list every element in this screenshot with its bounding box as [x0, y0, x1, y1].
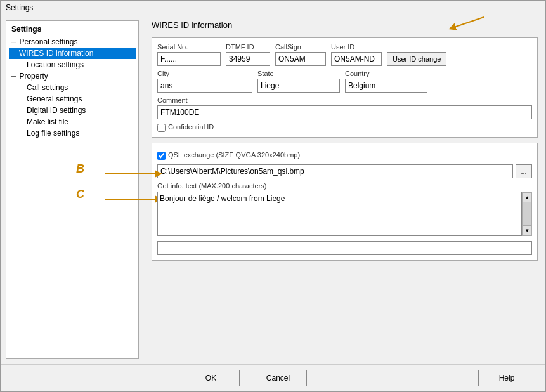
qsl-group: B C QSL exchange (SIZE QVGA 320x240bmp) [152, 143, 538, 261]
info-textarea[interactable]: Bonjour de liège / welcom from Liege [157, 192, 522, 236]
qsl-checkbox-row: QSL exchange (SIZE QVGA 320x240bmp) [157, 151, 532, 160]
expand-icon: ─ [11, 39, 16, 46]
arrow-a [433, 15, 497, 33]
city-label: City [157, 70, 252, 77]
id-info-group: Serial No. DTMF ID CallSign User ID [152, 37, 538, 138]
dtmf-group: DTMF ID [226, 43, 270, 66]
callsign-group: CallSign [275, 43, 326, 66]
scroll-up-arrow[interactable]: ▲ [523, 192, 531, 202]
callsign-input[interactable] [275, 52, 326, 66]
svg-line-0 [452, 17, 484, 28]
dtmf-label: DTMF ID [226, 43, 270, 51]
main-panel: WIRES ID information A Serial No. [144, 15, 545, 364]
wires-id-label: WIRES ID information [19, 49, 93, 58]
qsl-path-input[interactable] [157, 164, 513, 178]
scroll-down-arrow[interactable]: ▼ [523, 225, 531, 235]
footer: OK Cancel Help [1, 364, 545, 391]
annotation-b: B [76, 162, 84, 176]
property-label: Property [19, 72, 48, 81]
sidebar-title: Settings [9, 23, 136, 35]
title-bar: Settings [1, 1, 545, 15]
info-textarea-container: Bonjour de liège / welcom from Liege ▲ ▼ [157, 192, 532, 236]
sidebar-item-property[interactable]: ─ Property [9, 70, 136, 82]
window-title: Settings [6, 3, 33, 12]
extra-field [157, 241, 532, 255]
callsign-label: CallSign [275, 43, 326, 51]
info-scrollbar[interactable]: ▲ ▼ [522, 192, 532, 236]
confidential-checkbox[interactable] [157, 124, 166, 132]
userid-change-button[interactable]: User ID change [387, 52, 446, 66]
log-file-label: Log file settings [27, 129, 79, 138]
id-fields-row: Serial No. DTMF ID CallSign User ID [157, 43, 532, 66]
browse-button[interactable]: ... [516, 164, 532, 178]
help-button[interactable]: Help [478, 370, 535, 386]
confidential-label: Confidential ID [168, 123, 214, 131]
serial-label: Serial No. [157, 43, 221, 51]
content-area: Settings ─ Personal settings WIRES ID in… [1, 15, 545, 364]
make-list-label: Make list file [27, 117, 68, 126]
city-group: City [157, 70, 252, 93]
cancel-button[interactable]: Cancel [250, 370, 307, 386]
state-input[interactable] [257, 79, 340, 93]
dtmf-input[interactable] [226, 52, 270, 66]
state-label: State [257, 70, 340, 77]
serial-group: Serial No. [157, 43, 221, 66]
arrow-b [101, 167, 165, 180]
sidebar-item-call-settings[interactable]: Call settings [9, 82, 136, 93]
country-group: Country [345, 70, 427, 93]
sidebar-item-personal-settings[interactable]: ─ Personal settings [9, 36, 136, 48]
state-group: State [257, 70, 340, 93]
qsl-path-row: ... [157, 164, 532, 178]
city-input[interactable] [157, 79, 252, 93]
footer-center-buttons: OK Cancel [183, 370, 307, 386]
general-settings-label: General settings [27, 95, 82, 103]
qsl-label: QSL exchange (SIZE QVGA 320x240bmp) [168, 151, 300, 159]
call-settings-label: Call settings [27, 83, 68, 92]
country-input[interactable] [345, 79, 427, 93]
ok-button[interactable]: OK [183, 370, 240, 386]
location-fields-row: City State Country [157, 70, 532, 93]
userid-input[interactable] [331, 52, 382, 66]
sidebar-item-log-file[interactable]: Log file settings [9, 127, 136, 139]
confidential-row: Confidential ID [157, 123, 532, 132]
userid-label: User ID [331, 43, 382, 51]
personal-settings-label: Personal settings [19, 37, 77, 46]
arrow-c [101, 193, 165, 206]
settings-window: Settings Settings ─ Personal settings WI… [0, 0, 546, 392]
userid-group: User ID [331, 43, 382, 66]
comment-group: Comment [157, 96, 532, 119]
digital-id-label: Digital ID settings [27, 106, 86, 115]
comment-input[interactable] [157, 105, 532, 119]
sidebar-item-make-list[interactable]: Make list file [9, 116, 136, 127]
qsl-checkbox[interactable] [157, 152, 166, 160]
sidebar-item-digital-id[interactable]: Digital ID settings [9, 105, 136, 116]
sidebar-item-general-settings[interactable]: General settings [9, 93, 136, 105]
sidebar: Settings ─ Personal settings WIRES ID in… [6, 20, 139, 359]
panel-title: WIRES ID information [152, 20, 232, 30]
location-settings-label: Location settings [27, 60, 84, 69]
sidebar-item-location-settings[interactable]: Location settings [9, 59, 136, 70]
annotation-c: C [76, 188, 84, 201]
serial-input[interactable] [157, 52, 221, 66]
info-text-label: Get info. text (MAX.200 characters) [157, 182, 532, 190]
country-label: Country [345, 70, 427, 77]
expand-icon-property: ─ [11, 73, 16, 80]
scroll-track [523, 202, 531, 225]
comment-label: Comment [157, 96, 532, 104]
sidebar-item-wires-id[interactable]: WIRES ID information [9, 48, 136, 59]
